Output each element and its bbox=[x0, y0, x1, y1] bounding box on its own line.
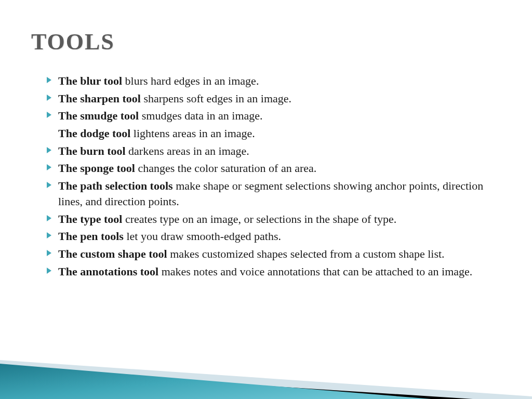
triangle-bullet-icon bbox=[47, 112, 58, 118]
svg-marker-13 bbox=[0, 364, 431, 399]
triangle-bullet-icon bbox=[47, 95, 58, 101]
list-item: The annotations tool makes notes and voi… bbox=[47, 264, 501, 280]
list-item-text: The sponge tool changes the color satura… bbox=[58, 161, 501, 176]
list-item-text: The pen tools let you draw smooth-edged … bbox=[58, 229, 501, 244]
svg-marker-10 bbox=[47, 268, 51, 274]
tool-name: The smudge tool bbox=[58, 109, 139, 122]
triangle-bullet-icon bbox=[47, 182, 58, 188]
tool-name: The type tool bbox=[58, 212, 122, 225]
tool-name: The pen tools bbox=[58, 230, 124, 243]
tool-description: makes notes and voice annotations that c… bbox=[158, 265, 472, 278]
tool-description: sharpens soft edges in an image. bbox=[141, 92, 291, 105]
list-item-text: The sharpen tool sharpens soft edges in … bbox=[58, 91, 501, 107]
list-item-text: The annotations tool makes notes and voi… bbox=[58, 264, 501, 280]
slide: TOOLS The blur tool blurs hard edges in … bbox=[0, 0, 532, 399]
tool-name: The path selection tools bbox=[58, 179, 173, 192]
list-item: The blur tool blurs hard edges in an ima… bbox=[47, 73, 501, 89]
triangle-bullet-icon bbox=[47, 250, 58, 256]
list-item: The custom shape tool makes customized s… bbox=[47, 246, 501, 262]
svg-marker-7 bbox=[47, 215, 51, 221]
list-item: The path selection tools make shape or s… bbox=[47, 178, 501, 209]
triangle-bullet-icon bbox=[47, 147, 58, 153]
tool-name: The sharpen tool bbox=[58, 92, 141, 105]
tool-description: lightens areas in an image. bbox=[130, 127, 255, 140]
svg-marker-2 bbox=[47, 112, 51, 118]
tool-description: let you draw smooth-edged paths. bbox=[124, 230, 281, 243]
triangle-bullet-icon bbox=[47, 77, 58, 83]
list-item: The sharpen tool sharpens soft edges in … bbox=[47, 91, 501, 107]
triangle-bullet-icon bbox=[47, 268, 58, 274]
tool-description: smudges data in an image. bbox=[139, 109, 262, 122]
tool-description: makes customized shapes selected from a … bbox=[167, 247, 445, 260]
svg-marker-6 bbox=[47, 182, 51, 188]
svg-marker-12 bbox=[0, 369, 473, 399]
slide-decoration bbox=[0, 337, 532, 399]
tool-name: The dodge tool bbox=[58, 127, 130, 140]
list-item: The sponge tool changes the color satura… bbox=[47, 161, 501, 176]
svg-marker-9 bbox=[47, 250, 51, 256]
triangle-bullet-icon bbox=[47, 215, 58, 221]
tool-description: blurs hard edges in an image. bbox=[122, 74, 259, 87]
list-item: The type tool creates type on an image, … bbox=[47, 211, 501, 227]
list-item: The pen tools let you draw smooth-edged … bbox=[47, 229, 501, 244]
list-item: The burn tool darkens areas in an image. bbox=[47, 143, 501, 159]
tool-name: The custom shape tool bbox=[58, 247, 167, 260]
triangle-bullet-icon bbox=[47, 232, 58, 238]
svg-marker-11 bbox=[0, 360, 532, 399]
tool-name: The blur tool bbox=[58, 74, 122, 87]
tools-list: The blur tool blurs hard edges in an ima… bbox=[31, 73, 501, 279]
list-item-text: The burn tool darkens areas in an image. bbox=[58, 143, 501, 159]
tool-description: creates type on an image, or selections … bbox=[122, 212, 396, 225]
slide-title: TOOLS bbox=[31, 29, 501, 55]
tool-name: The annotations tool bbox=[58, 265, 158, 278]
svg-marker-5 bbox=[47, 164, 51, 170]
tool-description: changes the color saturation of an area. bbox=[135, 162, 316, 175]
list-item: The smudge tool smudges data in an image… bbox=[47, 108, 501, 124]
list-item-text: The smudge tool smudges data in an image… bbox=[58, 108, 501, 124]
list-item: The dodge tool lightens areas in an imag… bbox=[47, 126, 501, 141]
svg-marker-8 bbox=[47, 232, 51, 238]
tool-description: darkens areas in an image. bbox=[126, 144, 249, 157]
svg-marker-0 bbox=[47, 77, 51, 83]
list-item-text: The custom shape tool makes customized s… bbox=[58, 246, 501, 262]
list-item-text: The path selection tools make shape or s… bbox=[58, 178, 501, 209]
tool-name: The burn tool bbox=[58, 144, 126, 157]
svg-marker-1 bbox=[47, 95, 51, 101]
tool-name: The sponge tool bbox=[58, 162, 135, 175]
list-item-text: The blur tool blurs hard edges in an ima… bbox=[58, 73, 501, 89]
triangle-bullet-icon bbox=[47, 164, 58, 170]
list-item-text: The type tool creates type on an image, … bbox=[58, 211, 501, 227]
svg-marker-4 bbox=[47, 147, 51, 153]
list-item-text: The dodge tool lightens areas in an imag… bbox=[58, 126, 501, 141]
